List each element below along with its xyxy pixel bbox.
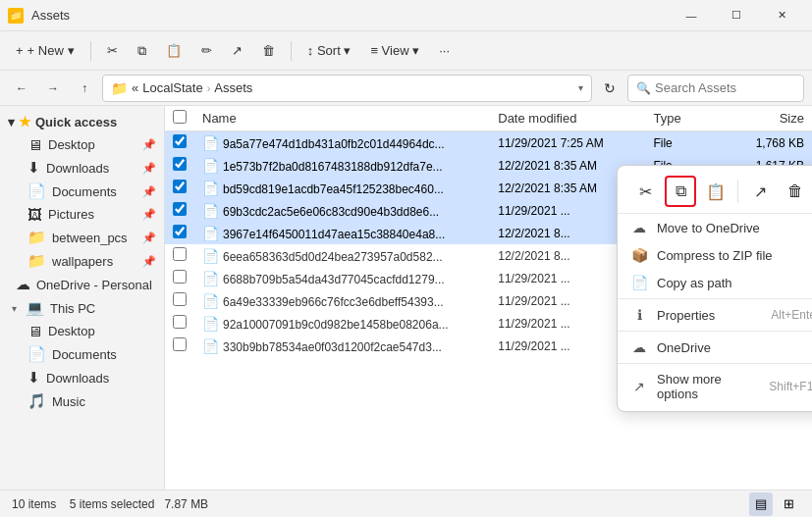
breadcrumb[interactable]: 📁 « LocalState › Assets ▾ bbox=[102, 75, 592, 102]
row-name-5: 📄3967e14f6450011d47aea15c38840e4a8... bbox=[194, 222, 490, 244]
row-name-1: 📄9a5a77e474d1db431a0fb2c01d44964dc... bbox=[194, 131, 490, 155]
paste-button[interactable]: 📋 bbox=[158, 39, 189, 62]
refresh-button[interactable]: ↻ bbox=[596, 75, 623, 102]
header-name[interactable]: Name bbox=[194, 106, 490, 131]
forward-button[interactable]: → bbox=[39, 75, 67, 102]
row-checkbox-cell bbox=[165, 244, 194, 267]
ctx-item-compress-zip[interactable]: 📦 Compress to ZIP file bbox=[618, 241, 812, 269]
nav-bar: ← → ↑ 📁 « LocalState › Assets ▾ ↻ 🔍 bbox=[0, 71, 812, 106]
search-box[interactable]: 🔍 bbox=[627, 75, 804, 102]
row-type-1: File bbox=[645, 131, 733, 155]
row-name-4: 📄69b3cdc2ac5e6e06c83cd90e4b3dd8e6... bbox=[194, 199, 490, 222]
select-all-checkbox[interactable] bbox=[173, 110, 187, 124]
sidebar-item-between-pcs[interactable]: 📁 between_pcs 📌 bbox=[0, 226, 164, 249]
separator-2 bbox=[291, 41, 292, 61]
row-checkbox-1[interactable] bbox=[173, 134, 187, 148]
onedrive-icon: ☁ bbox=[16, 276, 30, 293]
sort-button[interactable]: ↕ Sort ▾ bbox=[299, 39, 359, 62]
ctx-item-label-compress-zip: Compress to ZIP file bbox=[657, 248, 812, 263]
documents-icon: 📄 bbox=[27, 345, 46, 363]
file-icon: 📄 bbox=[202, 158, 219, 174]
row-checkbox-8[interactable] bbox=[173, 292, 187, 306]
main-layout: ▾ ★ Quick access 🖥 Desktop 📌 ⬇ Downloads… bbox=[0, 106, 812, 490]
ctx-item-icon-more-options: ↗ bbox=[629, 379, 649, 394]
header-type[interactable]: Type bbox=[645, 106, 733, 131]
delete-button[interactable]: 🗑 bbox=[254, 39, 283, 62]
ctx-divider-divider3 bbox=[618, 363, 812, 364]
more-button[interactable]: ··· bbox=[431, 39, 458, 62]
search-input[interactable] bbox=[655, 80, 783, 95]
minimize-button[interactable]: — bbox=[669, 0, 714, 31]
desktop-icon: 🖥 bbox=[27, 323, 42, 339]
breadcrumb-part-2: Assets bbox=[214, 80, 252, 95]
row-checkbox-7[interactable] bbox=[173, 270, 187, 284]
new-arrow: ▾ bbox=[68, 43, 75, 58]
file-icon: 📄 bbox=[202, 338, 219, 354]
grid-view-button[interactable]: ⊞ bbox=[777, 492, 800, 516]
ctx-share-button[interactable]: ↗ bbox=[744, 176, 776, 207]
sidebar-item-music[interactable]: 🎵 Music bbox=[0, 389, 164, 413]
pin-icon: 📌 bbox=[142, 255, 156, 268]
file-icon: 📄 bbox=[202, 181, 219, 196]
row-checkbox-4[interactable] bbox=[173, 202, 187, 216]
rename-button[interactable]: ✏ bbox=[193, 39, 220, 62]
row-name-6: 📄6eea658363d5d0d24bea273957a0d582... bbox=[194, 244, 490, 267]
sidebar-item-pictures[interactable]: 🖼 Pictures 📌 bbox=[0, 203, 164, 226]
view-button[interactable]: ≡ View ▾ bbox=[362, 39, 427, 62]
sidebar-item-desktop[interactable]: 🖥 Desktop 📌 bbox=[0, 133, 164, 156]
sidebar-item-documents[interactable]: 📄 Documents 📌 bbox=[0, 180, 164, 203]
cut-icon: ✂ bbox=[107, 43, 118, 58]
list-view-button[interactable]: ▤ bbox=[749, 492, 773, 516]
documents-icon: 📄 bbox=[27, 182, 46, 200]
ctx-cut-button[interactable]: ✂ bbox=[629, 176, 661, 207]
row-checkbox-2[interactable] bbox=[173, 157, 187, 171]
close-button[interactable]: ✕ bbox=[759, 0, 804, 31]
file-icon: 📄 bbox=[202, 271, 219, 286]
ctx-copy-button[interactable]: ⧉ bbox=[665, 176, 696, 207]
sidebar-item-downloads[interactable]: ⬇ Downloads 📌 bbox=[0, 156, 164, 180]
search-icon: 🔍 bbox=[636, 81, 651, 95]
quick-access-star-icon: ★ bbox=[19, 114, 31, 129]
ctx-item-move-onedrive[interactable]: ☁ Move to OneDrive bbox=[618, 214, 812, 241]
folder-icon: 📁 bbox=[8, 8, 24, 24]
ctx-item-more-options[interactable]: ↗ Show more options Shift+F10 bbox=[618, 366, 812, 407]
copy-button[interactable]: ⧉ bbox=[130, 39, 154, 63]
ctx-item-properties[interactable]: ℹ Properties Alt+Enter bbox=[618, 301, 812, 329]
ctx-separator bbox=[737, 180, 738, 203]
row-checkbox-10[interactable] bbox=[173, 337, 187, 351]
ctx-item-onedrive[interactable]: ☁ OneDrive › bbox=[618, 334, 812, 361]
breadcrumb-dropdown[interactable]: ▾ bbox=[578, 82, 583, 93]
back-button[interactable]: ← bbox=[8, 75, 35, 102]
row-checkbox-6[interactable] bbox=[173, 247, 187, 261]
sidebar-item-onedrive[interactable]: ☁ OneDrive - Personal bbox=[0, 273, 164, 296]
sidebar-item-label: Pictures bbox=[48, 207, 94, 222]
cut-button[interactable]: ✂ bbox=[99, 39, 126, 62]
table-row[interactable]: 📄9a5a77e474d1db431a0fb2c01d44964dc... 11… bbox=[165, 131, 812, 155]
row-checkbox-3[interactable] bbox=[173, 180, 187, 193]
ctx-item-label-more-options: Show more options bbox=[657, 372, 761, 401]
maximize-button[interactable]: ☐ bbox=[714, 0, 759, 31]
header-size[interactable]: Size bbox=[734, 106, 812, 131]
sidebar-item-documents2[interactable]: 📄 Documents bbox=[0, 342, 164, 366]
row-size-1: 1,768 KB bbox=[734, 131, 812, 155]
up-button[interactable]: ↑ bbox=[71, 75, 98, 102]
header-checkbox-cell bbox=[165, 106, 194, 131]
file-area: Name Date modified Type Size 📄9a5a77e474… bbox=[165, 106, 812, 490]
row-checkbox-cell bbox=[165, 312, 194, 335]
breadcrumb-separator: › bbox=[207, 82, 211, 94]
sidebar-item-desktop2[interactable]: 🖥 Desktop bbox=[0, 320, 164, 342]
sidebar-item-label: Documents bbox=[52, 184, 117, 199]
quick-access-header[interactable]: ▾ ★ Quick access bbox=[0, 110, 164, 133]
row-checkbox-9[interactable] bbox=[173, 315, 187, 329]
row-checkbox-5[interactable] bbox=[173, 225, 187, 238]
ctx-delete-button[interactable]: 🗑 bbox=[780, 176, 811, 207]
downloads-icon: ⬇ bbox=[27, 369, 40, 387]
ctx-paste-button[interactable]: 📋 bbox=[700, 176, 731, 207]
ctx-item-copy-path[interactable]: 📄 Copy as path bbox=[618, 269, 812, 296]
header-date[interactable]: Date modified bbox=[490, 106, 645, 131]
sidebar-item-downloads2[interactable]: ⬇ Downloads bbox=[0, 366, 164, 389]
sidebar-item-wallpapers[interactable]: 📁 wallpapers 📌 bbox=[0, 249, 164, 273]
sidebar-item-thispc[interactable]: ▾ 💻 This PC bbox=[0, 296, 164, 320]
share-button[interactable]: ↗ bbox=[224, 39, 250, 62]
new-button[interactable]: + + New ▾ bbox=[8, 39, 82, 62]
